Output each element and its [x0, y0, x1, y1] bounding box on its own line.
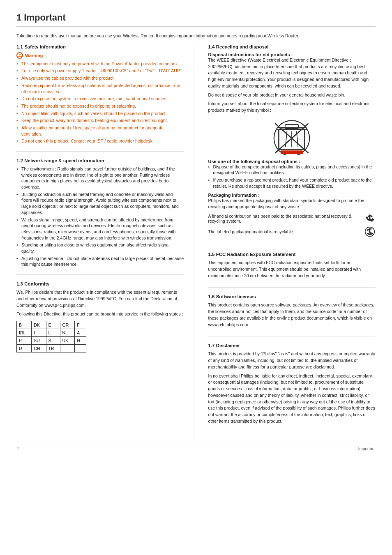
section-disclaimer: 1.7 Disclaimer This product is provided … — [208, 343, 376, 433]
table-row: D CH TR — [17, 345, 86, 352]
list-item: Keep the product away from domestic heat… — [16, 117, 184, 124]
svg-rect-9 — [281, 150, 303, 154]
table-row: B DK E GR F — [17, 321, 86, 329]
section-recycling: 1.4 Recycling and disposal Disposal inst… — [208, 44, 376, 245]
conformity-para1: We, Philips declare that the product is … — [16, 289, 184, 309]
software-para: This product contains open source softwa… — [208, 302, 376, 328]
table-cell: IRL — [17, 329, 32, 337]
table-cell: E — [46, 321, 60, 329]
fcc-para: This equipment complies with FCC radiati… — [208, 260, 376, 279]
list-item: Allow a sufficient amount of free space … — [16, 125, 184, 137]
section-software-title: 1.6 Software licenses — [208, 294, 376, 299]
list-item: For use only with power supply "Leader :… — [16, 68, 184, 74]
packaging-para3: The labeled packaging material is recycl… — [208, 229, 360, 234]
network-list: The environment : Radio signals can trav… — [16, 166, 184, 267]
list-item: Do not open this product. Contact your I… — [16, 138, 184, 144]
section-recycling-title: 1.4 Recycling and disposal — [208, 44, 376, 49]
table-cell: TR — [46, 345, 60, 352]
table-cell — [75, 345, 86, 352]
packaging-title: Packaging information : — [208, 193, 376, 198]
footer-label: Important — [358, 447, 376, 451]
list-item: Radio equipment for wireless application… — [16, 83, 184, 94]
country-table: B DK E GR F IRL I L NL A P — [16, 321, 86, 352]
section-software: 1.6 Software licenses This product conta… — [208, 294, 376, 336]
disposal-options-list: Dispose of the complete product (includi… — [208, 164, 376, 189]
section-safety: 1.1 Safety information ⚠ Warning This eq… — [16, 44, 184, 152]
warning-header: ⚠ Warning — [16, 52, 184, 59]
list-item: Dispose of the complete product (includi… — [208, 164, 376, 176]
disclaimer-para1: This product is provided by "Philips" "a… — [208, 351, 376, 370]
list-item: Building construction such as metal fram… — [16, 191, 184, 216]
section-network: 1.2 Network range & speed information Th… — [16, 158, 184, 275]
list-item: Do not expose the system to excessive mo… — [16, 96, 184, 102]
list-item: Wireless signal range, speed, and streng… — [16, 217, 184, 241]
table-cell: I — [32, 329, 46, 337]
list-item: Adjusting the antenna : Do not place ant… — [16, 256, 184, 267]
disposal-para: The WEEE directive (Waste Electrical and… — [208, 57, 376, 90]
table-cell: A — [75, 329, 86, 337]
disposal-title: Disposal instructions for old products : — [208, 52, 376, 57]
section-safety-title: 1.1 Safety information — [16, 44, 184, 49]
section-disclaimer-title: 1.7 Disclaimer — [208, 343, 376, 348]
conformity-para2: Following this Directive, this product c… — [16, 311, 184, 318]
disposal-para3: Inform yourself about the local separate… — [208, 101, 376, 114]
list-item: Always use the cables provided with the … — [16, 75, 184, 81]
list-item: The environment : Radio signals can trav… — [16, 166, 184, 190]
warning-label: Warning — [25, 53, 43, 58]
section-fcc-title: 1.5 FCC Radiation Exposure Statement — [208, 252, 376, 257]
table-cell: F — [75, 321, 86, 329]
section-network-title: 1.2 Network range & speed information — [16, 158, 184, 163]
section-conformity-title: 1.3 Conformity — [16, 281, 184, 286]
section-fcc: 1.5 FCC Radiation Exposure Statement Thi… — [208, 252, 376, 288]
section-conformity: 1.3 Conformity We, Philips declare that … — [16, 281, 184, 358]
recycling-row2: The labeled packaging material is recycl… — [208, 226, 376, 237]
table-cell: UK — [60, 337, 75, 345]
table-cell: P — [17, 337, 32, 345]
recyclable-label-icon — [364, 226, 376, 237]
table-cell: N — [75, 337, 86, 345]
table-cell: CH — [32, 345, 46, 352]
list-item: This equipment must only be powered with… — [16, 61, 184, 67]
table-cell: B — [17, 321, 32, 329]
table-cell: SU — [32, 337, 46, 345]
table-cell: DK — [32, 321, 46, 329]
table-cell: NL — [60, 329, 75, 337]
list-item: The product should not be exposed to dri… — [16, 103, 184, 109]
recycling-row1: A financial contribution has been paid t… — [208, 213, 376, 224]
table-cell: D — [17, 345, 32, 352]
disclaimer-para2: In no event shall Philips be liable for … — [208, 373, 376, 425]
table-row: IRL I L NL A — [17, 329, 86, 337]
weee-symbol — [267, 118, 316, 155]
packaging-para2: A financial contribution has been paid t… — [208, 214, 360, 223]
use-one-title: Use one of the following disposal option… — [208, 159, 376, 164]
table-cell: GR — [60, 321, 75, 329]
table-row: P SU S UK N — [17, 337, 86, 345]
list-item: If you purchase a replacement product, h… — [208, 177, 376, 189]
disposal-para2: Do not dispose of your old product in yo… — [208, 92, 376, 99]
warning-list: This equipment must only be powered with… — [16, 61, 184, 144]
packaging-para1: Philips has marked the packaging with st… — [208, 198, 376, 211]
recycling-icon-arrows — [364, 213, 376, 224]
intro-text: Take time to read this user manual befor… — [16, 33, 376, 39]
table-cell — [60, 345, 75, 352]
table-cell: S — [46, 337, 60, 345]
list-item: No object filled with liquids, such as v… — [16, 111, 184, 117]
list-item: Standing or sitting too close to wireles… — [16, 242, 184, 254]
footer: 2 Important — [16, 444, 376, 451]
warning-icon: ⚠ — [16, 52, 23, 59]
page-title: 1 Important — [16, 12, 376, 27]
table-cell: L — [46, 329, 60, 337]
footer-page-number: 2 — [16, 447, 19, 451]
